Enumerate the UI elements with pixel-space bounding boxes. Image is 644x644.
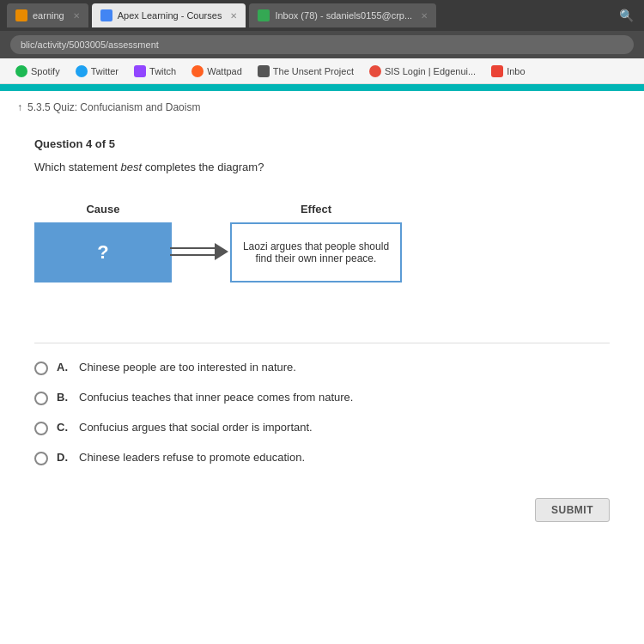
bookmark-spotify[interactable]: Spotify: [9, 63, 67, 80]
search-icon[interactable]: 🔍: [616, 5, 637, 26]
tab-inbox[interactable]: Inbox (78) - sdaniels0155@crp... ✕: [249, 3, 436, 27]
effect-box: Laozi argues that people should find the…: [230, 222, 402, 283]
question-text: Which statement best completes the diagr…: [34, 161, 610, 173]
bookmark-twitch[interactable]: Twitch: [127, 63, 183, 80]
radio-a[interactable]: [34, 361, 48, 375]
gmail-icon: [491, 65, 503, 77]
cause-placeholder: ?: [97, 241, 108, 264]
page-content: ↑ 5.3.5 Quiz: Confucianism and Daoism Qu…: [0, 91, 644, 644]
radio-d[interactable]: [34, 452, 48, 465]
question-text-part2: completes the diagram?: [142, 161, 264, 173]
twitter-icon: [76, 65, 88, 77]
bookmark-wattpad-label: Wattpad: [207, 66, 242, 76]
tab-label-apex: Apex Learning - Courses: [118, 10, 222, 21]
option-d: D. Chinese leaders refuse to promote edu…: [34, 451, 610, 465]
options-container: A. Chinese people are too interested in …: [0, 361, 644, 465]
teal-accent-bar: [0, 84, 644, 91]
diagram-effect-section: Effect Laozi argues that people should f…: [230, 203, 402, 283]
effect-text: Laozi argues that people should find the…: [239, 240, 393, 264]
option-c-text: Confucius argues that social order is im…: [79, 421, 313, 434]
browser-chrome: earning ✕ Apex Learning - Courses ✕ Inbo…: [0, 0, 644, 31]
option-c-letter: C.: [57, 421, 70, 434]
breadcrumb-arrow: ↑: [17, 101, 22, 113]
option-c: C. Confucius argues that social order is…: [34, 421, 610, 435]
breadcrumb: ↑ 5.3.5 Quiz: Confucianism and Daoism: [0, 91, 644, 120]
address-bar: [0, 31, 644, 58]
bookmark-twitter[interactable]: Twitter: [69, 63, 125, 80]
section-divider: [34, 343, 610, 343]
diagram-cause-section: Cause ?: [34, 203, 172, 283]
unsent-icon: [258, 65, 270, 77]
tab-close-inbox[interactable]: ✕: [421, 11, 428, 21]
spotify-icon: [15, 65, 27, 77]
double-arrow-svg: [170, 240, 230, 264]
option-b-text: Confucius teaches that inner peace comes…: [79, 391, 353, 404]
tab-label-learning: earning: [33, 10, 64, 21]
option-b: B. Confucius teaches that inner peace co…: [34, 391, 610, 405]
tab-icon-inbox: [258, 9, 270, 21]
bookmark-sis[interactable]: SIS Login | Edgenui...: [362, 63, 483, 80]
bookmark-spotify-label: Spotify: [31, 66, 60, 76]
bookmark-gmail-label: Inbo: [507, 66, 525, 76]
tab-close-apex[interactable]: ✕: [230, 11, 237, 21]
bookmark-twitch-label: Twitch: [149, 66, 176, 76]
bookmark-twitter-label: Twitter: [91, 66, 118, 76]
radio-c[interactable]: [34, 422, 48, 435]
question-text-em: best: [120, 161, 142, 173]
bookmark-gmail[interactable]: Inbo: [484, 63, 532, 80]
question-text-part1: Which statement: [34, 161, 120, 173]
cause-box: ?: [34, 222, 172, 283]
submit-button[interactable]: SUBMIT: [535, 498, 610, 522]
tab-label-inbox: Inbox (78) - sdaniels0155@crp...: [275, 10, 412, 21]
bookmarks-bar: Spotify Twitter Twitch Wattpad The Unsen…: [0, 58, 644, 84]
option-a-text: Chinese people are too interested in nat…: [79, 361, 296, 374]
effect-label: Effect: [301, 203, 331, 216]
radio-b[interactable]: [34, 392, 48, 405]
bookmark-wattpad[interactable]: Wattpad: [185, 63, 249, 80]
tab-icon-learning: [15, 9, 27, 21]
submit-row: SUBMIT: [0, 481, 644, 539]
option-a: A. Chinese people are too interested in …: [34, 361, 610, 375]
option-a-letter: A.: [57, 361, 70, 374]
address-input[interactable]: [10, 35, 634, 54]
twitch-icon: [134, 65, 146, 77]
question-label: Question 4 of 5: [34, 137, 610, 150]
option-d-letter: D.: [57, 451, 70, 464]
sis-icon: [369, 65, 381, 77]
bookmark-unsent-label: The Unsent Project: [273, 66, 354, 76]
wattpad-icon: [191, 65, 204, 77]
tab-learning[interactable]: earning ✕: [7, 3, 88, 27]
diagram: Cause ? Effect Laozi argues that people …: [34, 194, 610, 291]
tab-close-learning[interactable]: ✕: [73, 11, 80, 21]
quiz-container: Question 4 of 5 Which statement best com…: [0, 120, 644, 334]
arrow-container: [170, 240, 230, 264]
bookmark-sis-label: SIS Login | Edgenui...: [385, 66, 476, 76]
cause-label: Cause: [86, 203, 119, 216]
svg-marker-2: [215, 243, 228, 260]
bookmark-unsent[interactable]: The Unsent Project: [251, 63, 361, 80]
tab-apex[interactable]: Apex Learning - Courses ✕: [92, 3, 246, 27]
tab-icon-apex: [100, 9, 112, 21]
breadcrumb-text: 5.3.5 Quiz: Confucianism and Daoism: [27, 101, 200, 113]
option-d-text: Chinese leaders refuse to promote educat…: [79, 451, 305, 464]
option-b-letter: B.: [57, 391, 70, 404]
